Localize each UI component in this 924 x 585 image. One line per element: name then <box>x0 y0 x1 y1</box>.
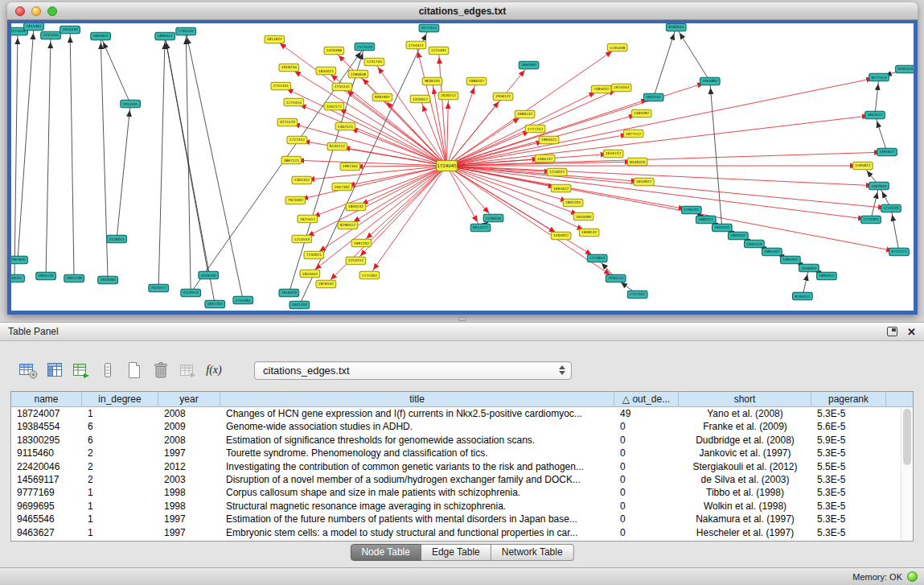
graph-node[interactable]: 1225491 <box>429 47 449 55</box>
table-row[interactable]: 2242004622012Investigating the contribut… <box>11 460 913 473</box>
graph-node[interactable]: 1755361 <box>233 296 253 304</box>
table-row[interactable]: 1456911722003Disruption of a novel membe… <box>11 473 913 486</box>
graph-node[interactable]: 1616722 <box>603 150 623 158</box>
graph-node[interactable]: 1991830 <box>11 256 27 264</box>
delete-trash-icon[interactable] <box>150 360 171 381</box>
graph-node[interactable]: 9091907 <box>372 93 392 101</box>
graph-node[interactable]: 1485092 <box>631 109 651 117</box>
column-header-out_de[interactable]: △ out_de... <box>614 392 679 406</box>
graph-node[interactable]: 7616420 <box>279 289 299 297</box>
graph-node[interactable]: 1974343 <box>611 84 631 92</box>
graph-node[interactable]: 5905139 <box>64 274 84 282</box>
graph-node[interactable]: 3202177 <box>324 102 344 110</box>
graph-node[interactable]: 1804921 <box>91 32 111 40</box>
graph-node[interactable]: 1210330 <box>881 204 901 212</box>
graph-node[interactable]: 1918234 <box>279 64 299 72</box>
zoom-window-button[interactable] <box>47 6 57 16</box>
tab-edge-table[interactable]: Edge Table <box>421 544 491 561</box>
graph-node[interactable]: 1664092 <box>519 61 539 69</box>
show-columns-icon[interactable] <box>44 360 65 381</box>
graph-node[interactable]: 1902541 <box>643 93 663 101</box>
graph-node[interactable]: 1095822 <box>877 148 897 156</box>
graph-node[interactable]: 1880211 <box>696 216 716 224</box>
close-window-button[interactable] <box>15 6 25 16</box>
graph-node[interactable]: 1877512 <box>623 130 643 138</box>
column-header-year[interactable]: year <box>158 392 220 406</box>
close-panel-icon[interactable]: ✕ <box>907 327 916 337</box>
graph-node[interactable]: 2026500 <box>199 271 219 279</box>
graph-node[interactable]: 9636105 <box>422 77 442 85</box>
graph-node[interactable]: 1064747 <box>535 154 555 163</box>
graph-node[interactable]: 1964021 <box>539 136 559 144</box>
graph-node[interactable]: 2020571 <box>149 284 169 292</box>
graph-node[interactable]: 1894452 <box>817 272 837 280</box>
new-file-icon[interactable] <box>124 360 145 381</box>
graph-node[interactable]: 4275120 <box>277 118 298 126</box>
graph-node[interactable]: 1804532 <box>346 203 366 211</box>
graph-node[interactable]: 1046603 <box>799 264 819 272</box>
graph-node[interactable]: 1850090 <box>573 212 593 220</box>
graph-node[interactable]: 9191420 <box>896 65 914 73</box>
graph-node[interactable]: 2053101 <box>121 100 141 108</box>
graph-node[interactable]: 1361452 <box>292 176 312 184</box>
table-row[interactable]: 1872400712008Changes of HCN gene express… <box>11 407 913 420</box>
graph-node[interactable]: 6614222 <box>470 224 491 232</box>
graph-node[interactable]: 1944894 <box>700 77 720 85</box>
graph-node[interactable]: 1804542 <box>728 232 748 240</box>
table-selector[interactable]: citations_edges.txt <box>254 361 572 380</box>
graph-node[interactable]: 1641203 <box>290 301 310 309</box>
graph-node[interactable]: 9245012 <box>793 292 813 300</box>
minimize-window-button[interactable] <box>31 6 41 16</box>
table-row[interactable]: 969969511998Structural magnetic resonanc… <box>11 500 913 513</box>
graph-node[interactable]: 5572312 <box>419 24 439 32</box>
graph-node[interactable]: 1724045 <box>436 161 457 171</box>
graph-node[interactable]: 2755141 <box>332 83 352 91</box>
graph-node[interactable]: 1775302 <box>359 271 380 279</box>
scrollbar-thumb[interactable] <box>903 409 911 465</box>
graph-node[interactable]: 1953442 <box>300 270 320 278</box>
graph-node[interactable]: 1275414 <box>284 98 304 106</box>
network-canvas[interactable]: 1724045181182219182342751441127541442751… <box>11 23 914 311</box>
graph-node[interactable]: 1920583 <box>98 276 118 284</box>
function-builder-icon[interactable]: f(x) <box>203 360 224 381</box>
graph-node[interactable]: 1092940 <box>869 182 889 190</box>
graph-node[interactable]: 1231744 <box>364 58 384 66</box>
graph-node[interactable]: 1595822 <box>853 162 873 170</box>
graph-node[interactable]: 1795530 <box>176 27 196 35</box>
graph-node[interactable]: 1815461 <box>24 23 44 31</box>
graph-node[interactable]: 1794201 <box>681 206 701 214</box>
graph-node[interactable]: 1956122 <box>493 93 513 101</box>
graph-node[interactable]: 5905133 <box>36 272 56 280</box>
graph-node[interactable]: 1885402 <box>762 248 782 256</box>
create-column-icon[interactable] <box>71 360 92 381</box>
graph-node[interactable]: 1986107 <box>466 77 487 85</box>
float-panel-icon[interactable] <box>887 327 897 336</box>
tab-network-table[interactable]: Network Table <box>491 544 574 561</box>
graph-node[interactable]: 1274853 <box>587 254 607 262</box>
graph-node[interactable]: 1802201 <box>563 199 583 207</box>
table-row[interactable]: 977716911998Corpus callosum shape and si… <box>11 486 913 499</box>
graph-node[interactable]: 1945210 <box>744 240 764 248</box>
graph-node[interactable]: 1997341 <box>340 163 360 171</box>
table-row[interactable]: 946362711997Embryonic stem cells: a mode… <box>11 526 913 539</box>
graph-node[interactable]: 2751441 <box>271 82 291 90</box>
graph-node[interactable]: 1910430 <box>60 26 80 34</box>
graph-node[interactable]: 1686142 <box>515 110 535 118</box>
column-header-pagerank[interactable]: pagerank <box>811 392 886 406</box>
column-header-short[interactable]: short <box>679 392 811 406</box>
table-row[interactable]: 1830029562008Estimation of significance … <box>11 434 913 447</box>
panel-splitter-handle[interactable] <box>458 317 466 321</box>
graph-node[interactable]: 1727312 <box>287 136 307 144</box>
graph-node[interactable]: 1362521 <box>335 122 355 130</box>
graph-node[interactable]: 9277413 <box>869 73 889 81</box>
graph-node[interactable]: 1105408 <box>607 43 627 51</box>
graph-node[interactable]: 1848201 <box>11 274 24 282</box>
graph-node[interactable]: 2026212 <box>438 92 458 100</box>
graph-node[interactable]: 2520553 <box>181 289 201 297</box>
graph-node[interactable]: 1811822 <box>265 35 285 43</box>
graph-node[interactable]: 1997202 <box>351 239 372 247</box>
graph-node[interactable]: 8549320 <box>627 158 647 166</box>
row-tools-icon[interactable] <box>97 360 118 381</box>
graph-node[interactable]: 1216022 <box>547 168 567 176</box>
graph-node[interactable]: 7923402 <box>285 196 306 204</box>
